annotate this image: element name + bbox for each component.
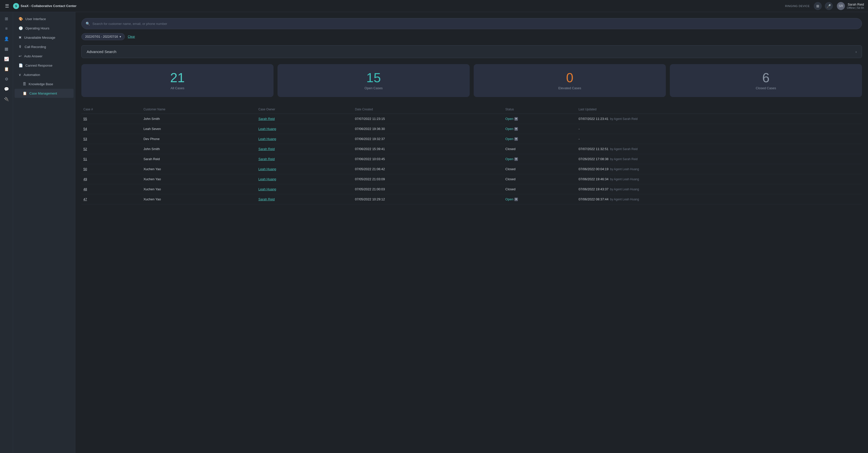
all-cases-card[interactable]: 21 All Cases — [82, 64, 274, 97]
case-owner-link[interactable]: Leah Huang — [258, 127, 276, 131]
case-number-cell: 53 — [82, 134, 142, 144]
status-badge: Closed — [505, 147, 516, 151]
case-owner-link[interactable]: Sarah Reid — [258, 147, 275, 151]
case-number-link[interactable]: 55 — [83, 117, 87, 121]
case-number-link[interactable]: 49 — [83, 177, 87, 181]
customer-name-cell: John Smith — [142, 114, 256, 124]
people-rail-icon[interactable]: 👤 — [2, 34, 11, 43]
cases-table: Case # Customer Name Case Owner Date Cre… — [82, 105, 862, 204]
date-created-cell: 07/05/2022 21:03:09 — [353, 174, 503, 184]
case-number-link[interactable]: 52 — [83, 147, 87, 151]
case-owner-link[interactable]: Sarah Reid — [258, 157, 275, 161]
case-number-cell: 49 — [82, 174, 142, 184]
dashboard-rail-icon[interactable]: ▦ — [2, 44, 11, 53]
case-number-link[interactable]: 53 — [83, 137, 87, 141]
case-owner-cell: Sarah Reid — [256, 144, 353, 154]
status-cell: Open ⚑ — [503, 134, 577, 144]
last-updated-time: 07/06/2022 19:46:34 — [579, 177, 608, 181]
status-badge: Open ⚑ — [505, 127, 518, 131]
table-header-row: Case # Customer Name Case Owner Date Cre… — [82, 105, 862, 114]
sidebar-item-user-interface[interactable]: 🎨 User Interface — [14, 14, 73, 23]
reports-rail-icon[interactable]: 📋 — [2, 64, 11, 74]
search-icon: 🔍 — [86, 22, 90, 26]
sidebar: 🎨 User Interface 🕐 Operating Hours ✖ Una… — [13, 12, 75, 453]
sidebar-item-canned-response[interactable]: 📄 Canned Response — [14, 61, 73, 70]
last-updated-time: 07/26/2022 17:08:38 — [579, 157, 608, 161]
sidebar-item-knowledge-base[interactable]: 🗄 Knowledge Base — [14, 80, 73, 88]
table-row: 55 John Smith Sarah Reid 07/07/2022 11:2… — [82, 114, 862, 124]
by-agent-label: by Agent Leah Huang — [610, 198, 639, 201]
plugin-rail-icon[interactable]: 🔌 — [2, 94, 11, 104]
open-cases-card[interactable]: 15 Open Cases — [278, 64, 470, 97]
case-number-link[interactable]: 54 — [83, 127, 87, 131]
hamburger-button[interactable]: ☰ — [4, 2, 10, 10]
sidebar-item-unavailable-message[interactable]: ✖ Unavailable Message — [14, 33, 73, 42]
case-number-cell: 50 — [82, 164, 142, 174]
case-owner-link[interactable]: Sarah Reid — [258, 197, 275, 201]
last-updated-cell: 07/07/2022 11:23:41 by Agent Sarah Reid — [577, 114, 862, 124]
settings-rail-icon[interactable]: ⚙ — [2, 75, 11, 83]
by-agent-label: by Agent Leah Huang — [610, 177, 639, 181]
elevated-cases-card[interactable]: 0 Elevated Cases — [474, 64, 666, 97]
sidebar-item-operating-hours[interactable]: 🕐 Operating Hours — [14, 24, 73, 33]
database-icon: 🗄 — [23, 82, 26, 86]
table-row: 53 Dev Phone Leah Huang 07/06/2022 19:32… — [82, 134, 862, 144]
flag-icon: ⚑ — [515, 127, 518, 131]
user-info[interactable]: SR Sarah Reid Offline | 5d 6h — [837, 2, 864, 10]
case-number-link[interactable]: 47 — [83, 197, 87, 201]
grid-rail-icon[interactable]: ⊞ — [2, 14, 11, 23]
status-badge: Open ⚑ — [505, 137, 518, 141]
case-owner-link[interactable]: Sarah Reid — [258, 117, 275, 121]
sidebar-item-label: Operating Hours — [25, 26, 49, 30]
sidebar-item-label: Canned Response — [25, 64, 53, 67]
case-owner-link[interactable]: Leah Huang — [258, 187, 276, 191]
sidebar-item-automation[interactable]: ∨ Automation — [14, 70, 73, 79]
case-owner-cell: Leah Huang — [256, 174, 353, 184]
case-number-link[interactable]: 50 — [83, 167, 87, 171]
sidebar-item-case-management[interactable]: 📋 Case Management — [14, 89, 73, 98]
date-filter-button[interactable]: 2022/07/01 - 2022/07/16 ▾ — [82, 33, 125, 40]
layers-rail-icon[interactable]: ≡ — [2, 24, 11, 33]
by-agent-label: by Agent Leah Huang — [610, 188, 639, 191]
last-updated-time: 07/06/2022 08:37:44 — [579, 197, 608, 201]
clock-icon: 🕐 — [19, 26, 23, 30]
last-updated-time: 07/06/2022 19:43:37 — [579, 187, 608, 191]
closed-cases-card[interactable]: 6 Closed Cases — [670, 64, 862, 97]
case-owner-link[interactable]: Leah Huang — [258, 137, 276, 141]
avatar: SR — [837, 2, 845, 10]
case-owner-link[interactable]: Leah Huang — [258, 167, 276, 171]
advanced-search-panel[interactable]: Advanced Search › — [82, 45, 862, 58]
date-created-cell: 07/05/2022 21:00:03 — [353, 184, 503, 194]
case-number-link[interactable]: 51 — [83, 157, 87, 161]
date-created-cell: 07/07/2022 11:23:15 — [353, 114, 503, 124]
case-owner-link[interactable]: Leah Huang — [258, 177, 276, 181]
last-updated-time: - — [579, 127, 580, 131]
grid-icon-button[interactable]: ⊞ — [814, 2, 822, 10]
closed-cases-label: Closed Cases — [756, 86, 776, 90]
clear-button[interactable]: Clear — [128, 35, 135, 38]
mic-icon-button[interactable]: 🎤 — [825, 2, 833, 10]
chart-rail-icon[interactable]: 📈 — [2, 54, 11, 63]
search-input[interactable] — [92, 22, 858, 26]
status-badge: Closed — [505, 187, 516, 191]
case-number-cell: 48 — [82, 184, 142, 194]
sidebar-item-call-recording[interactable]: 🎙 Call Recording — [14, 42, 73, 51]
col-date-created: Date Created — [353, 105, 503, 114]
table-row: 50 Xuchen Yao Leah Huang 07/05/2022 21:0… — [82, 164, 862, 174]
table-row: 48 Xuchen Yao Leah Huang 07/05/2022 21:0… — [82, 184, 862, 194]
last-updated-cell: 07/06/2022 08:37:44 by Agent Leah Huang — [577, 194, 862, 204]
customer-name-cell: Sarah Reid — [142, 154, 256, 164]
case-number-cell: 55 — [82, 114, 142, 124]
by-agent-label: by Agent Leah Huang — [610, 167, 639, 171]
flag-icon: ⚑ — [515, 117, 518, 121]
open-cases-number: 15 — [366, 71, 381, 84]
case-number-link[interactable]: 48 — [83, 187, 87, 191]
by-agent-label: by Agent Sarah Reid — [610, 117, 638, 121]
sidebar-item-label: Knowledge Base — [29, 82, 53, 86]
sidebar-item-label: Automation — [24, 73, 40, 77]
flag-icon: ⚑ — [515, 198, 518, 201]
last-updated-time: 07/06/2022 00:04:19 — [579, 167, 608, 171]
case-number-cell: 47 — [82, 194, 142, 204]
sidebar-item-auto-answer[interactable]: ↩ Auto Answer — [14, 52, 73, 61]
chat-rail-icon[interactable]: 💬 — [2, 84, 11, 93]
